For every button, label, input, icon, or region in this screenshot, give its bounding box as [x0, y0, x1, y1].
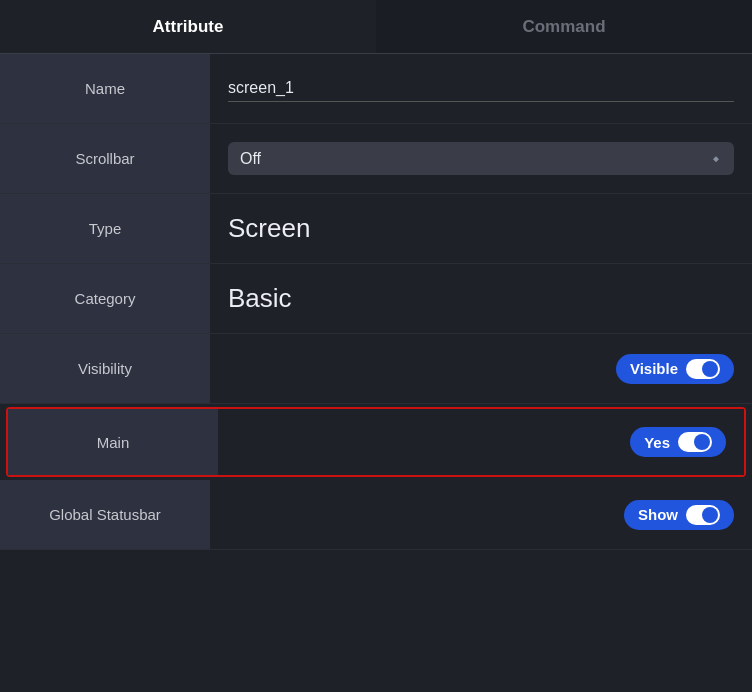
visibility-toggle[interactable]: Visible [616, 354, 734, 384]
scrollbar-select[interactable]: Off On Auto [228, 142, 734, 175]
tab-header: Attribute Command [0, 0, 752, 54]
tab-command[interactable]: Command [376, 0, 752, 53]
scrollbar-label: Scrollbar [0, 124, 210, 193]
main-row-wrapper: Main Yes [6, 407, 746, 477]
global-statusbar-row: Global Statusbar Show [0, 480, 752, 550]
category-value-cell: Basic [210, 264, 752, 333]
main-toggle[interactable]: Yes [630, 427, 726, 457]
global-statusbar-value-cell: Show [210, 480, 752, 549]
visibility-row: Visibility Visible [0, 334, 752, 404]
type-label: Type [0, 194, 210, 263]
main-label: Main [8, 409, 218, 475]
tab-attribute[interactable]: Attribute [0, 0, 376, 53]
name-row: Name [0, 54, 752, 124]
scrollbar-select-wrapper: Off On Auto [228, 142, 734, 175]
visibility-value-cell: Visible [210, 334, 752, 403]
main-toggle-switch[interactable] [678, 432, 712, 452]
scrollbar-row: Scrollbar Off On Auto [0, 124, 752, 194]
attribute-content: Name Scrollbar Off On Auto Type Screen [0, 54, 752, 550]
main-value-cell: Yes [218, 409, 744, 475]
category-label: Category [0, 264, 210, 333]
global-statusbar-label: Global Statusbar [0, 480, 210, 549]
visibility-toggle-switch[interactable] [686, 359, 720, 379]
main-row: Main Yes [8, 409, 744, 475]
name-value-cell [210, 54, 752, 123]
global-statusbar-toggle[interactable]: Show [624, 500, 734, 530]
visibility-label: Visibility [0, 334, 210, 403]
name-input[interactable] [228, 75, 734, 102]
type-value-cell: Screen [210, 194, 752, 263]
name-label: Name [0, 54, 210, 123]
type-row: Type Screen [0, 194, 752, 264]
global-statusbar-toggle-switch[interactable] [686, 505, 720, 525]
scrollbar-value-cell: Off On Auto [210, 124, 752, 193]
category-row: Category Basic [0, 264, 752, 334]
